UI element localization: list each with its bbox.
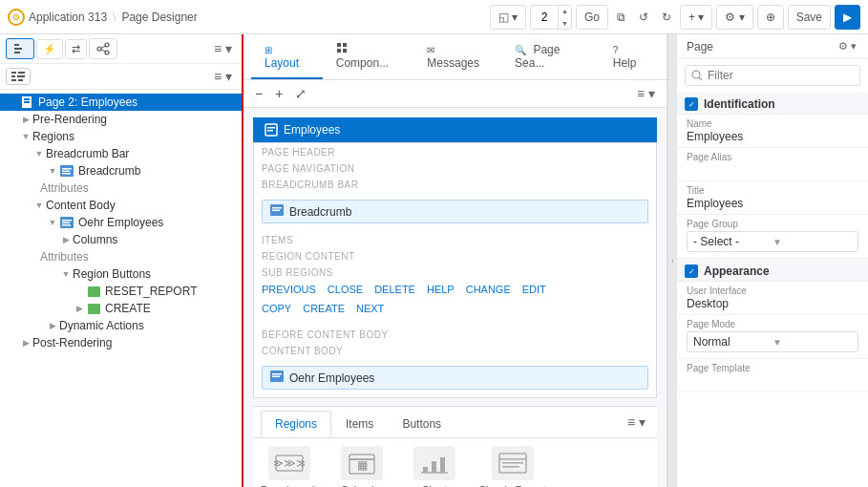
- canvas-content: Employees PAGE HEADER PAGE NAVIGATION BR…: [243, 108, 667, 487]
- tab-components[interactable]: Compon...: [323, 34, 414, 79]
- save-button[interactable]: Save: [788, 5, 831, 30]
- toggle-region-buttons[interactable]: [59, 269, 73, 279]
- svg-rect-22: [88, 286, 100, 297]
- appearance-section-header: ✓ Appearance: [677, 259, 868, 282]
- btn-previous[interactable]: PREVIOUS: [262, 284, 316, 295]
- btn-copy[interactable]: COPY: [262, 303, 291, 314]
- zoom-in-button[interactable]: +: [271, 84, 286, 103]
- zoom-out-button[interactable]: −: [251, 84, 266, 103]
- page-num-up[interactable]: ▲: [559, 5, 571, 17]
- add-button[interactable]: + ▾: [680, 5, 712, 30]
- tab-layout[interactable]: ⊞ Layout: [251, 35, 323, 79]
- right-panel: Page ⚙ ▾ ✓ Identification Name Employees…: [677, 34, 868, 487]
- filter-input[interactable]: [708, 69, 854, 82]
- btab-items[interactable]: Items: [331, 411, 388, 437]
- breadcrumb-region-box[interactable]: Breadcrumb: [262, 200, 648, 223]
- title-label: Title: [687, 185, 858, 196]
- oehr-employees-icon-canvas: [270, 371, 284, 385]
- tree-item-attributes[interactable]: Attributes: [0, 248, 242, 265]
- breadcrumb-bar-label: Breadcrumb Bar: [46, 147, 129, 160]
- tree-item-post-rendering[interactable]: Post-Rendering: [0, 334, 242, 351]
- add-chart-item[interactable]: Chart: [406, 446, 463, 487]
- add-classic-report-item[interactable]: Classic Report: [478, 446, 547, 487]
- canvas-menu-button[interactable]: ≡ ▾: [633, 84, 659, 103]
- tree-item-columns[interactable]: Columns: [0, 231, 242, 248]
- copy-button[interactable]: ⧉: [612, 5, 630, 30]
- appearance-label: Appearance: [704, 265, 770, 278]
- left-panel-menu-button[interactable]: ≡ ▾: [210, 39, 236, 58]
- tree-item-content-body[interactable]: Content Body: [0, 197, 242, 214]
- svg-rect-24: [337, 43, 341, 47]
- btn-create[interactable]: CREATE: [303, 303, 345, 314]
- tree-item-oehr-employees[interactable]: Oehr Employees: [0, 214, 242, 231]
- page-group-select[interactable]: - Select - ▼: [687, 231, 858, 252]
- toggle-pre-rendering[interactable]: [19, 115, 32, 124]
- breadcrumb-add-icon: ≫≫≫: [268, 446, 310, 480]
- center-tabs: ⊞ Layout Compon... ✉ Messages 🔍 Page Sea…: [243, 34, 667, 80]
- left-tab-tree[interactable]: [6, 38, 34, 59]
- toggle-create[interactable]: [73, 304, 86, 313]
- svg-rect-43: [432, 461, 436, 473]
- btn-help[interactable]: HELP: [427, 284, 455, 295]
- tree-item-reset-report[interactable]: RESET_REPORT: [0, 283, 242, 300]
- tree-item-breadcrumb[interactable]: Breadcrumb: [0, 162, 242, 180]
- btn-close[interactable]: CLOSE: [328, 284, 363, 295]
- toggle-breadcrumb-bar[interactable]: [32, 149, 46, 159]
- tree-menu-button[interactable]: ≡ ▾: [210, 67, 236, 86]
- tab-help[interactable]: ? Help: [600, 35, 659, 79]
- tree-item-region-buttons[interactable]: Region Buttons: [0, 265, 242, 283]
- btab-buttons[interactable]: Buttons: [388, 411, 455, 437]
- list-view-button[interactable]: [6, 68, 31, 85]
- btn-edit[interactable]: EDIT: [522, 284, 546, 295]
- btab-regions[interactable]: Regions: [261, 411, 331, 437]
- left-tab-exchange[interactable]: ⇄: [65, 39, 87, 59]
- btn-change[interactable]: CHANGE: [466, 284, 511, 295]
- filter-search-icon: [691, 70, 703, 81]
- page-number-field[interactable]: [531, 11, 558, 24]
- left-tab-lightning[interactable]: ⚡: [36, 39, 63, 59]
- undo-button[interactable]: ↺: [634, 5, 653, 30]
- tab-page-search[interactable]: 🔍 Page Sea...: [501, 35, 600, 79]
- page-mode-select[interactable]: Normal ▼: [687, 331, 858, 352]
- tree-item-page[interactable]: Page 2: Employees: [0, 94, 242, 111]
- toggle-breadcrumb[interactable]: [46, 166, 59, 176]
- tree-item-pre-rendering[interactable]: Pre-Rendering: [0, 111, 242, 128]
- attributes-bc-label: Attributes: [40, 181, 89, 195]
- svg-rect-47: [499, 458, 526, 460]
- toggle-content-body[interactable]: [32, 201, 46, 210]
- tree-item-create[interactable]: CREATE: [0, 300, 242, 317]
- toggle-post-rendering[interactable]: [19, 338, 32, 348]
- left-panel-tabs: ⚡ ⇄ ≡ ▾: [0, 34, 242, 64]
- toggle-regions[interactable]: [19, 132, 32, 141]
- buttons-row-2: COPY CREATE NEXT: [254, 299, 656, 318]
- toggle-oehr-employees[interactable]: [46, 218, 59, 227]
- tree-item-dynamic-actions[interactable]: Dynamic Actions: [0, 317, 242, 334]
- right-panel-filter[interactable]: [685, 65, 860, 86]
- toggle-columns[interactable]: [59, 235, 73, 244]
- btn-delete[interactable]: DELETE: [374, 284, 415, 295]
- collapse-handle[interactable]: ‹: [667, 34, 677, 487]
- add-calendar-item[interactable]: ▦ Calendar: [333, 446, 391, 487]
- page-num-down[interactable]: ▼: [559, 17, 571, 30]
- toggle-dynamic-actions[interactable]: [46, 321, 59, 330]
- layout-tab-icon: ⊞: [265, 45, 272, 55]
- page-nav-button[interactable]: ◱ ▾: [490, 5, 526, 30]
- run-button[interactable]: ▶: [835, 5, 860, 30]
- page-number-input[interactable]: ▲ ▼: [530, 5, 572, 30]
- share-button[interactable]: ⊕: [757, 5, 784, 30]
- tree-item-regions[interactable]: Regions: [0, 128, 242, 145]
- add-breadcrumb-item[interactable]: ≫≫≫ Breadcrumb: [261, 446, 318, 487]
- tree-item-attributes-bc[interactable]: Attributes: [0, 180, 242, 197]
- redo-button[interactable]: ↻: [657, 5, 676, 30]
- tab-messages[interactable]: ✉ Messages: [413, 35, 501, 79]
- right-panel-filter-button[interactable]: ⚙ ▾: [836, 38, 858, 54]
- btn-next[interactable]: NEXT: [356, 303, 384, 314]
- btabs-menu-button[interactable]: ≡ ▾: [624, 413, 649, 432]
- oehr-employees-region-box[interactable]: Oehr Employees: [262, 366, 648, 390]
- expand-button[interactable]: ⤢: [291, 84, 310, 103]
- svg-rect-25: [343, 43, 347, 47]
- go-button[interactable]: Go: [576, 5, 608, 30]
- tools-button[interactable]: ⚙ ▾: [716, 5, 752, 30]
- left-tab-shared[interactable]: [89, 38, 117, 59]
- tree-item-breadcrumb-bar[interactable]: Breadcrumb Bar: [0, 145, 242, 162]
